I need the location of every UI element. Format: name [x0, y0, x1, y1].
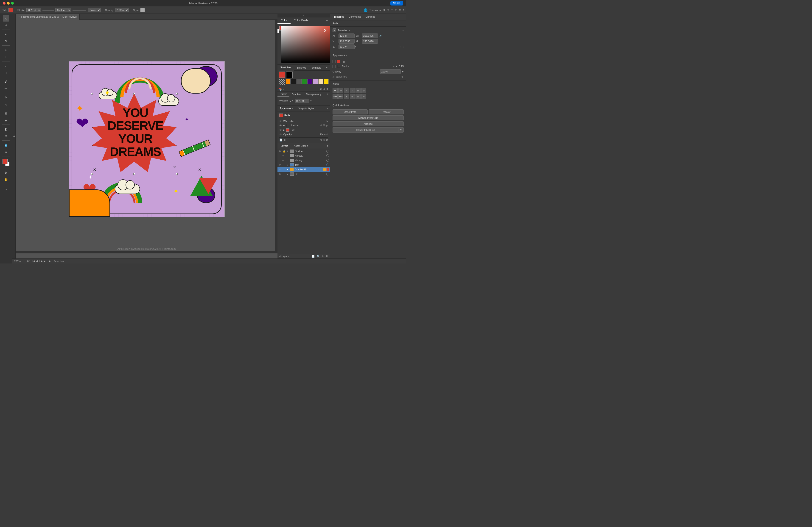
- bg-expand[interactable]: ▶: [287, 173, 288, 175]
- appear-stroke-label[interactable]: Stroke:: [291, 124, 319, 127]
- appear-stroke-swatch[interactable]: [286, 124, 289, 127]
- toolbar-icon-1[interactable]: ⊞: [382, 9, 385, 12]
- swatch-near-black[interactable]: [291, 79, 296, 84]
- imag2-vis[interactable]: 👁: [281, 159, 285, 162]
- props-opacity-input[interactable]: [380, 69, 401, 74]
- align-pixel-grid-button[interactable]: Align to Pixel Grid: [333, 115, 404, 120]
- swatch-red[interactable]: [279, 72, 285, 78]
- global-edit-dropdown[interactable]: ▾: [398, 127, 404, 133]
- start-global-edit-button[interactable]: Start Global Edit: [333, 127, 398, 133]
- line-tool[interactable]: /: [3, 63, 9, 69]
- distribute-center-h[interactable]: ⊢⊣: [338, 94, 343, 99]
- swatches-add-icon[interactable]: ✚: [323, 88, 325, 91]
- canvas-tab[interactable]: × FileInfo.com Example.ai @ 235 % (RGB/P…: [16, 14, 79, 20]
- appear-add-icon[interactable]: 📄: [279, 138, 282, 141]
- props-stroke-swatch[interactable]: [337, 65, 340, 68]
- tab-gradient[interactable]: Gradient: [289, 92, 304, 97]
- distribute-right[interactable]: ⊞: [344, 94, 349, 99]
- swatch-pattern[interactable]: [279, 79, 285, 85]
- tab-brushes[interactable]: Brushes: [294, 65, 309, 70]
- panel-collapse-left[interactable]: ◀: [13, 135, 15, 137]
- appearance-panel-menu[interactable]: ≡: [325, 106, 330, 111]
- align-top[interactable]: ⊥: [350, 88, 355, 93]
- opacity-expand[interactable]: ▶: [402, 71, 404, 73]
- offset-path-button[interactable]: Offset Path: [333, 109, 368, 115]
- align-right[interactable]: ⊤: [344, 88, 349, 93]
- swatches-menu-icon[interactable]: ⊞: [320, 88, 322, 91]
- weight-input[interactable]: 0.75 pt: [295, 99, 309, 103]
- zoom-value[interactable]: 235%: [14, 260, 21, 262]
- canvas-vscrollbar[interactable]: [275, 20, 277, 253]
- appear-fill-swatch[interactable]: [286, 129, 289, 132]
- appear-copy-icon[interactable]: ⊙: [323, 138, 325, 141]
- props-stroke-check[interactable]: [333, 65, 336, 68]
- gradient-tool[interactable]: ◧: [3, 126, 9, 132]
- align-more[interactable]: ···: [402, 84, 404, 86]
- pencil-tool[interactable]: ✏: [3, 85, 9, 92]
- tab-stroke[interactable]: Stroke: [277, 91, 289, 97]
- layers-search-icon[interactable]: 🔍: [317, 255, 320, 258]
- tab-layers[interactable]: Layers: [279, 144, 290, 148]
- layers-panel-menu[interactable]: ≡: [327, 145, 328, 147]
- free-transform-tool[interactable]: ⊞: [3, 110, 9, 117]
- appear-fill-eye[interactable]: 👁: [279, 129, 282, 131]
- nav-prev[interactable]: ◀: [36, 260, 38, 262]
- align-bottom[interactable]: ⊟: [361, 88, 366, 93]
- panel-collapse-icon[interactable]: ▲: [303, 14, 305, 17]
- tab-transparency[interactable]: Transparency: [304, 92, 324, 97]
- color-bg-swatch[interactable]: [277, 29, 279, 33]
- layers-add-icon[interactable]: ✚: [322, 255, 324, 258]
- globe-icon[interactable]: 🌐: [364, 8, 367, 12]
- x-input[interactable]: [338, 33, 354, 38]
- more-tools[interactable]: ···: [3, 186, 9, 192]
- swatch-gold[interactable]: [324, 79, 329, 84]
- share-button[interactable]: Share: [390, 1, 403, 5]
- props-fill-swatch[interactable]: [337, 60, 340, 63]
- minimize-button[interactable]: [7, 2, 10, 4]
- rotate-tool[interactable]: ↻: [3, 94, 9, 101]
- nav-first[interactable]: |◀: [32, 260, 35, 262]
- nav-next[interactable]: ▶: [41, 260, 43, 262]
- direct-selection-tool[interactable]: ↗: [3, 22, 9, 28]
- appear-stroke-eye[interactable]: 👁: [279, 124, 282, 127]
- maximize-button[interactable]: [11, 2, 14, 4]
- toolbar-icon-4[interactable]: ⊞: [395, 9, 397, 12]
- weight-stepper[interactable]: ▲ ▼: [289, 100, 294, 102]
- tab-close[interactable]: ×: [18, 15, 20, 18]
- rectangle-tool[interactable]: □: [3, 70, 9, 76]
- flip-h-icon[interactable]: ↔: [399, 45, 402, 48]
- swatch-green[interactable]: [302, 79, 307, 84]
- tab-libraries[interactable]: Libraries: [363, 14, 377, 20]
- text-expand[interactable]: ▶: [287, 164, 288, 166]
- tab-properties[interactable]: Properties: [330, 14, 346, 20]
- swatches-new-icon[interactable]: +: [283, 88, 284, 91]
- h-input[interactable]: [362, 39, 378, 44]
- graphic-vis[interactable]: 👁: [278, 168, 281, 171]
- imag1-vis[interactable]: 👁: [281, 154, 285, 157]
- appear-opacity-eye[interactable]: 👁: [279, 133, 282, 136]
- mesh-tool[interactable]: ⊞: [3, 133, 9, 139]
- w-input[interactable]: [362, 33, 378, 38]
- layers-delete-icon[interactable]: 🗑: [326, 255, 328, 258]
- stroke-panel-menu[interactable]: ≡: [325, 91, 330, 97]
- selection-tool[interactable]: ↖: [3, 15, 9, 21]
- eyedropper-tool[interactable]: 💧: [3, 142, 9, 148]
- canvas-content[interactable]: ✦: [16, 20, 277, 258]
- appear-delete-icon[interactable]: 🗑: [326, 138, 328, 141]
- texture-lock[interactable]: 🔒: [282, 150, 286, 153]
- swatches-lib-icon[interactable]: 📚: [279, 88, 282, 91]
- appear-opacity-label[interactable]: Opacity:: [283, 133, 319, 136]
- link-proportional[interactable]: 🔗: [379, 35, 382, 37]
- distribute-center-v[interactable]: ⊡: [356, 94, 361, 99]
- toolbar-icon-3[interactable]: ⊟: [391, 9, 393, 12]
- basic-select[interactable]: Basic: [88, 8, 101, 12]
- props-fill-check[interactable]: [333, 60, 336, 63]
- hand-tool[interactable]: ✋: [3, 176, 9, 183]
- appear-new-icon[interactable]: ⊞: [284, 138, 286, 141]
- scale-tool[interactable]: ⤡: [3, 101, 9, 108]
- swatch-lilac[interactable]: [313, 79, 318, 84]
- fg-color-swatch[interactable]: [2, 159, 8, 164]
- appear-warp-fx[interactable]: fx: [327, 120, 328, 122]
- graphic-expand[interactable]: ▶: [287, 168, 288, 171]
- toolbar-icon-2[interactable]: ⊡: [387, 9, 389, 12]
